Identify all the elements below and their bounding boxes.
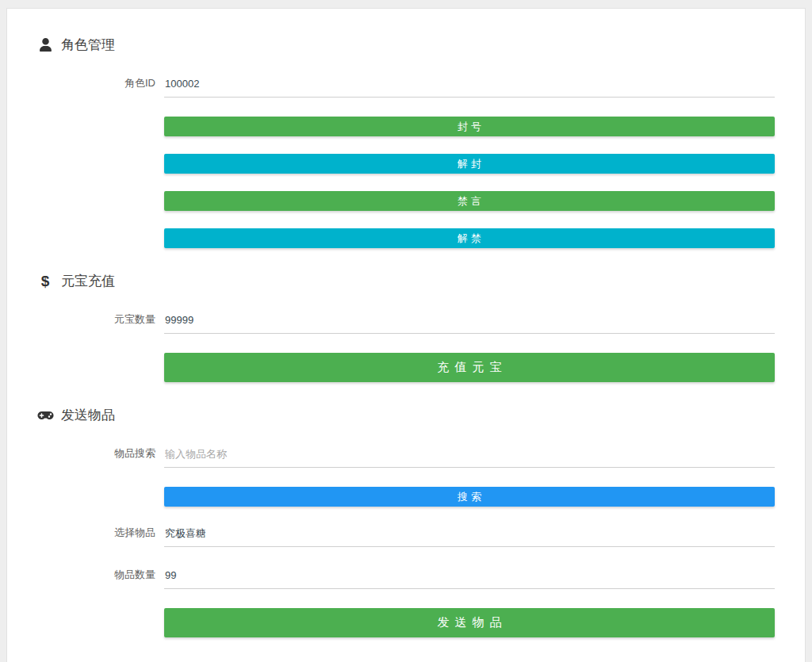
form-row-item-search: 物品搜索 xyxy=(7,445,775,468)
unban-button-row: 解封 xyxy=(164,154,775,174)
section-send-item: 发送物品 物品搜索 搜索 选择物品 物品数量 发送物品 xyxy=(7,406,805,637)
section-title-text: 发送物品 xyxy=(61,406,115,424)
item-search-label: 物品搜索 xyxy=(7,446,164,468)
section-role-management: 角色管理 角色ID 封号 解封 禁言 解禁 xyxy=(7,36,805,248)
section-yuanbao-recharge: $ 元宝充值 元宝数量 充值元宝 xyxy=(7,272,805,382)
section-title-role: 角色管理 xyxy=(36,36,805,54)
form-row-item-quantity: 物品数量 xyxy=(7,566,775,589)
recharge-yuanbao-button[interactable]: 充值元宝 xyxy=(164,353,775,382)
item-search-input[interactable] xyxy=(164,445,775,468)
gamepad-icon xyxy=(36,409,54,422)
form-row-role-id: 角色ID xyxy=(7,75,775,98)
send-item-button-row: 发送物品 xyxy=(164,608,775,637)
role-id-input[interactable] xyxy=(164,75,775,98)
unmute-button-row: 解禁 xyxy=(164,228,775,248)
item-select-input[interactable] xyxy=(164,524,775,547)
dollar-icon: $ xyxy=(36,273,54,290)
mute-button[interactable]: 禁言 xyxy=(164,191,775,211)
section-title-text: 元宝充值 xyxy=(61,272,115,290)
item-search-button[interactable]: 搜索 xyxy=(164,487,775,507)
mute-button-row: 禁言 xyxy=(164,191,775,211)
user-icon xyxy=(36,38,54,52)
admin-panel-card: 角色管理 角色ID 封号 解封 禁言 解禁 $ 元宝充值 元宝数量 xyxy=(6,8,806,662)
yuanbao-amount-input[interactable] xyxy=(164,311,775,334)
yuanbao-amount-label: 元宝数量 xyxy=(7,312,164,334)
unmute-button[interactable]: 解禁 xyxy=(164,228,775,248)
role-id-label: 角色ID xyxy=(7,76,164,98)
item-search-button-row: 搜索 xyxy=(164,487,775,507)
item-select-label: 选择物品 xyxy=(7,526,164,547)
form-row-yuanbao-amount: 元宝数量 xyxy=(7,311,775,334)
form-row-item-select: 选择物品 xyxy=(7,524,775,547)
section-title-text: 角色管理 xyxy=(61,36,115,54)
item-quantity-input[interactable] xyxy=(164,566,775,589)
section-title-send-item: 发送物品 xyxy=(36,406,805,424)
recharge-button-row: 充值元宝 xyxy=(164,353,775,382)
item-quantity-label: 物品数量 xyxy=(7,568,164,589)
unban-button[interactable]: 解封 xyxy=(164,154,775,174)
ban-button[interactable]: 封号 xyxy=(164,117,775,136)
send-item-button[interactable]: 发送物品 xyxy=(164,608,775,637)
section-title-recharge: $ 元宝充值 xyxy=(36,272,805,290)
ban-button-row: 封号 xyxy=(164,117,775,136)
